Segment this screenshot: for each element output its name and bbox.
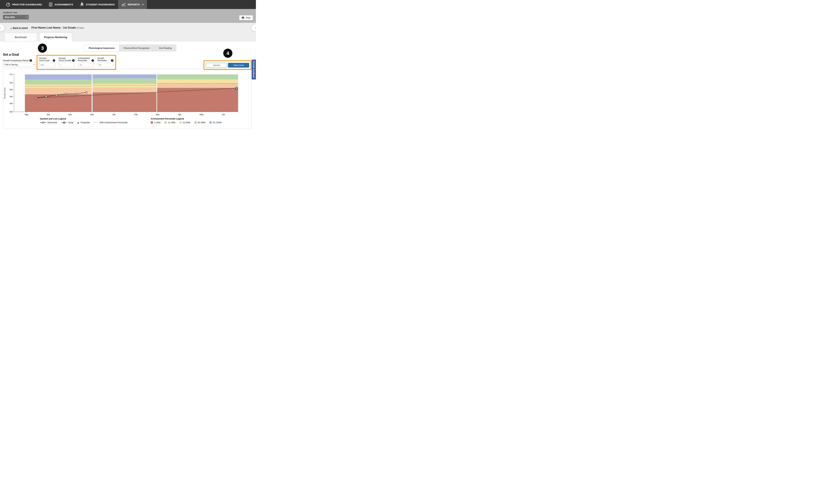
percentile50-line-icon [94,122,98,124]
y-tick-label: 505 [10,82,13,84]
printer-icon [242,16,244,19]
symbol-legend-title: Symbol and Line Legend [40,118,127,120]
tab-progress-monitoring[interactable]: Progress Monitoring [39,33,72,42]
legend-label-21-40th: 21-40th [168,121,175,124]
field-label: Growth Percentile [97,57,110,62]
legend-label-projected: Projected [81,121,90,124]
x-tick-label: Oct [47,113,50,116]
observed-point[interactable] [76,93,77,95]
legend-label-61-80th: 61-80th [198,121,205,124]
growth-period-select[interactable]: Fall to Spring [3,62,36,67]
percentile-band-41-60th [25,84,92,88]
observed-line-icon [40,122,46,124]
legend-label-81-100th: 81-100th [213,121,222,124]
achievement-percentile-input[interactable] [78,63,94,67]
y-tick-label: 490 [10,102,13,104]
percentile-band-61-80th [93,79,157,84]
academic-year-select[interactable]: 2024-2025 [3,15,29,19]
field-label: Domain Score Growth [59,57,71,62]
x-tick-label: Mar [156,113,160,116]
nav-label-student-passwords: STUDENT PASSWORDS [86,3,115,6]
observed-point[interactable] [86,92,87,93]
provide-feedback-tab[interactable]: Provide feedback [252,60,256,79]
percentile-swatch-41-60th [179,121,182,124]
nav-item-assignments[interactable]: ASSIGNMENTS [45,0,77,9]
academic-year-label: Academic Year: [3,11,18,14]
domain-tab-phonological-awareness[interactable]: Phonological Awareness [84,45,119,51]
observed-point[interactable] [45,96,47,97]
annotation-step-3: 3 [38,44,47,53]
password-stars-caption: **** [80,5,84,7]
print-button[interactable]: Print [239,15,253,20]
percentile-band-21-40th [93,87,157,93]
field-growth-percentile: Growth Percentile ? [97,57,113,68]
legend-label-41-60th: 41-60th [183,121,190,124]
nav-item-reports[interactable]: REPORTS ▾ [118,0,147,9]
percentile-legend-title: Achievement Percentile Legend [151,118,222,120]
percentile-band-81-100th [25,74,92,80]
legend-label-observed: Observed [47,121,57,124]
percentile-band-41-60th [93,84,157,87]
field-achievement-percentile: Achievement Percentile ? [78,57,94,68]
x-tick-label: Apr [178,113,181,116]
legend-item-1-20th: 1-20th [151,121,160,124]
percentile-band-1-20th [25,94,92,112]
x-tick-label: Jan [112,113,116,116]
report-tabs: Benchmark Progress Monitoring [0,33,256,42]
field-domain-score-goal: Domain Score Goal ? [39,57,55,68]
x-tick-label: Feb [134,113,138,116]
projected-triangle-icon: ▲ [77,121,79,124]
percentile-swatch-61-80th [194,121,197,124]
observed-point[interactable] [55,94,57,96]
chevron-right-icon: › [255,26,256,30]
percentile-swatch-1-20th [151,121,153,124]
goal-fields-highlight-box: Domain Score Goal ? Domain Score Growth … [37,55,116,70]
print-label: Print [246,16,251,19]
help-icon[interactable]: ? [72,59,75,62]
tab-benchmark[interactable]: Benchmark [4,33,37,42]
domain-score-growth-input[interactable] [59,63,75,67]
back-link-label: Back to report [13,27,28,29]
student-name-grade: First Name Last Name - 1st Grade [31,26,76,29]
observed-point[interactable] [35,97,37,99]
x-tick-label: May [200,113,204,116]
field-label: Domain Score Goal [39,57,52,62]
y-tick-label: 500 [10,89,13,91]
help-icon[interactable]: ? [30,59,32,62]
growth-percentile-input[interactable] [97,63,113,67]
help-icon[interactable]: ? [92,59,94,62]
nav-item-proctor-dashboard[interactable]: PROCTOR DASHBOARD [2,0,45,9]
percentile-band-61-80th [157,74,238,79]
nav-label-assignments: ASSIGNMENTS [55,3,73,6]
legend-label-1-20th: 1-20th [154,121,160,124]
percentile-swatch-81-100th [209,121,212,124]
legend-label-percentile50: 50th Achievement Percentile [100,121,127,124]
percentile-band-41-60th [157,79,238,83]
legend-item-41-60th: 41-60th [179,121,190,124]
legend-label-goal: Goal [69,121,73,124]
nav-item-student-passwords[interactable]: **** STUDENT PASSWORDS [77,0,118,9]
goal-actions-highlight-box: Cancel Save Goal [204,60,251,70]
x-tick-label: Nov [68,113,72,116]
back-to-report-link[interactable]: ←Back to report [10,26,28,29]
academic-year-select-wrap: 2024-2025 ▾ [3,15,29,19]
symbol-legend: Symbol and Line Legend Observed Goal ▲ P… [40,118,127,124]
field-label: Achievement Percentile [78,57,91,62]
save-goal-button[interactable]: Save Goal [228,63,249,68]
domain-score-goal-input[interactable] [39,63,55,67]
domain-tab-oral-reading[interactable]: Oral Reading [154,45,176,51]
title-suffix: (Grade) [77,27,84,29]
help-icon[interactable]: ? [111,59,113,62]
achievement-percentile-legend: Achievement Percentile Legend 1-20th 21-… [151,118,222,124]
domain-tab-phonics-word-recognition[interactable]: Phonics/Word Recognition [119,45,154,51]
legend-item-percentile50: 50th Achievement Percentile [94,121,127,124]
percentile-band-21-40th [25,88,92,94]
percentile-band-61-80th [25,80,92,84]
progress-chart: 511505500495490484SepOctNovDecJanFebMarA… [3,69,251,117]
caret-down-icon: ▾ [142,3,143,6]
y-tick-label: 484 [10,111,13,113]
cancel-button[interactable]: Cancel [206,63,227,68]
observed-point[interactable] [65,93,67,95]
lock-icon: **** [80,2,84,7]
help-icon[interactable]: ? [53,59,55,62]
